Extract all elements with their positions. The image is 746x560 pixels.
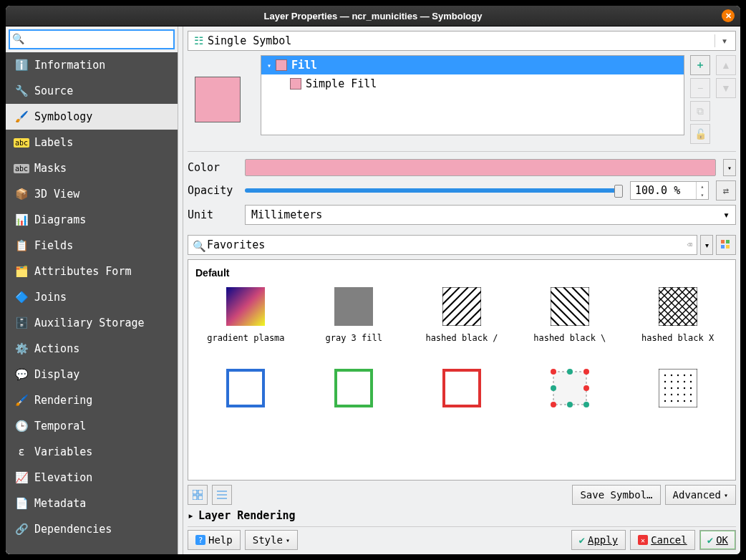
style-manager-button[interactable] (716, 235, 736, 255)
remove-layer-button[interactable]: − (690, 78, 710, 98)
splitter[interactable] (178, 26, 183, 554)
layer-rendering-toggle[interactable]: ▸ Layer Rendering (188, 509, 736, 522)
svg-point-63 (567, 402, 573, 407)
swatch-preview (551, 369, 589, 407)
symbol-filter-input[interactable]: 🔍 Favorites ⌫ (188, 235, 697, 255)
sidebar-item-joins[interactable]: 🔷Joins (6, 284, 178, 310)
help-button[interactable]: ?Help (188, 530, 241, 550)
icon-view-button[interactable] (188, 485, 208, 505)
color-picker[interactable] (245, 159, 716, 176)
svg-rect-4 (226, 287, 265, 326)
list-view-button[interactable] (212, 485, 232, 505)
symbol-swatch[interactable]: hashed black \ (519, 287, 620, 354)
svg-point-77 (670, 387, 672, 389)
cancel-button[interactable]: ✕Cancel (630, 530, 695, 550)
sidebar-item-source[interactable]: 🔧Source (6, 78, 178, 104)
sidebar-item-attributes-form[interactable]: 🗂️Attributes Form (6, 259, 178, 284)
svg-point-84 (683, 394, 684, 395)
clear-filter-icon[interactable]: ⌫ (687, 240, 692, 250)
tree-item-simple-fill[interactable]: Simple Fill (261, 74, 684, 93)
svg-point-80 (689, 387, 691, 389)
filter-menu-button[interactable]: ▾ (700, 235, 713, 255)
tree-item-fill[interactable]: ▾ Fill (261, 56, 684, 74)
symbol-swatch[interactable] (412, 369, 513, 436)
filter-value: Favorites (207, 238, 265, 251)
sidebar-item-auxiliary-storage[interactable]: 🗄️Auxiliary Storage (6, 310, 178, 336)
svg-point-88 (677, 400, 678, 402)
apply-button[interactable]: ✔Apply (571, 530, 626, 550)
add-layer-button[interactable]: ＋ (690, 55, 710, 75)
sidebar-item-label: Actions (34, 342, 79, 355)
svg-rect-56 (553, 372, 586, 405)
db-icon: 🗄️ (14, 316, 29, 330)
chevron-down-icon: ▾ (286, 536, 290, 544)
data-defined-button[interactable]: ⇄ (716, 180, 736, 201)
color-menu-button[interactable]: ▾ (723, 159, 736, 176)
layer-rendering-label: Layer Rendering (198, 509, 295, 522)
symbol-swatch[interactable]: hashed black X (627, 287, 728, 354)
sidebar-item-fields[interactable]: 📋Fields (6, 233, 178, 259)
symbol-swatch[interactable]: gray 3 fill (304, 287, 405, 354)
svg-point-59 (583, 369, 589, 375)
svg-point-82 (670, 394, 672, 395)
sidebar-item-label: Joins (34, 291, 67, 304)
symbol-swatch[interactable] (195, 369, 296, 436)
symbol-swatch[interactable] (627, 369, 728, 436)
save-symbol-button[interactable]: Save Symbol… (572, 485, 660, 505)
meta-icon: 📄 (14, 496, 29, 511)
lock-layer-button[interactable]: 🔓 (690, 124, 710, 144)
svg-rect-53 (228, 370, 263, 406)
symbol-swatch[interactable]: hashed black / (412, 287, 513, 354)
sidebar-item-masks[interactable]: abcMasks (6, 155, 178, 181)
svg-point-61 (583, 385, 589, 391)
color-label: Color (188, 161, 238, 174)
symbol-swatch[interactable] (519, 369, 620, 436)
svg-point-70 (689, 375, 691, 376)
render-icon: 🖌️ (14, 393, 29, 407)
svg-point-73 (677, 381, 678, 382)
svg-point-76 (664, 387, 665, 389)
symbol-type-dropdown[interactable]: ☷ Single Symbol ▾ (188, 31, 736, 51)
sidebar-item-label: Variables (34, 445, 92, 458)
sidebar-item-temporal[interactable]: 🕒Temporal (6, 413, 178, 439)
sidebar-item-variables[interactable]: εVariables (6, 439, 178, 465)
svg-point-62 (551, 402, 556, 407)
opacity-slider[interactable] (245, 188, 623, 193)
sidebar-item-label: Source (34, 85, 73, 97)
svg-point-78 (677, 387, 678, 389)
ok-button[interactable]: ✔OK (699, 530, 736, 550)
sidebar-item-3d-view[interactable]: 📦3D View (6, 181, 178, 207)
sidebar-item-label: Rendering (34, 394, 92, 407)
sidebar-item-elevation[interactable]: 📈Elevation (6, 465, 178, 491)
sidebar-item-labels[interactable]: abcLabels (6, 130, 178, 155)
sidebar-item-diagrams[interactable]: 📊Diagrams (6, 207, 178, 233)
sidebar-item-information[interactable]: ℹ️Information (6, 52, 178, 78)
sidebar-item-display[interactable]: 💬Display (6, 362, 178, 387)
close-button[interactable]: ✕ (722, 9, 735, 22)
symbol-swatch[interactable] (304, 369, 405, 436)
symbol-swatch[interactable]: gradient plasma (195, 287, 296, 354)
unit-dropdown[interactable]: Millimeters ▾ (245, 205, 736, 225)
advanced-button[interactable]: Advanced ▾ (665, 485, 736, 505)
elev-icon: 📈 (14, 470, 29, 485)
opacity-spinbox[interactable]: 100.0 % ▴▾ (630, 181, 709, 200)
move-up-button[interactable]: ▲ (716, 55, 736, 75)
sidebar-search-input[interactable] (9, 29, 175, 49)
sidebar-item-rendering[interactable]: 🖌️Rendering (6, 387, 178, 413)
sidebar-item-metadata[interactable]: 📄Metadata (6, 491, 178, 516)
sidebar-item-label: Information (34, 59, 105, 72)
svg-rect-91 (193, 490, 197, 494)
fields-icon: 📋 (14, 238, 29, 253)
style-button[interactable]: Style ▾ (245, 530, 298, 550)
chevron-down-icon: ▾ (723, 208, 730, 221)
swatch-preview (334, 369, 373, 407)
move-down-button[interactable]: ▼ (716, 78, 736, 98)
sidebar-item-dependencies[interactable]: 🔗Dependencies (6, 516, 178, 542)
abc-y-icon: abc (14, 135, 29, 150)
titlebar: Layer Properties — ncr_municities — Symb… (6, 6, 740, 26)
duplicate-layer-button[interactable]: ⧉ (690, 101, 710, 121)
sidebar-item-actions[interactable]: ⚙️Actions (6, 336, 178, 362)
sidebar-item-symbology[interactable]: 🖌️Symbology (6, 104, 178, 130)
symbol-layer-tree[interactable]: ▾ Fill Simple Fill (261, 55, 684, 135)
check-icon: ✔ (707, 534, 713, 546)
